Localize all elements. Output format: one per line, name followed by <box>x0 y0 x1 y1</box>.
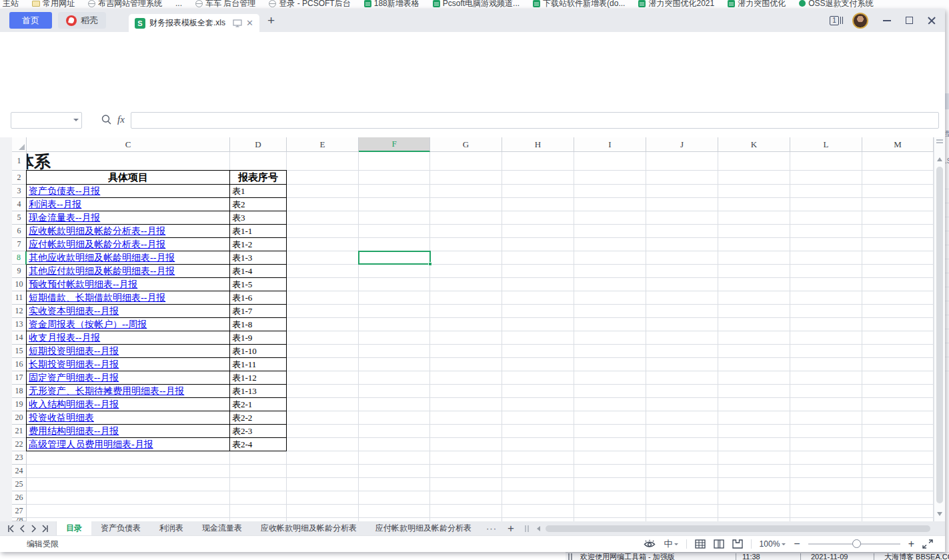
row-header-10[interactable]: 10 <box>12 278 27 291</box>
report-link-cell[interactable]: 利润表--月报 <box>27 198 230 211</box>
row-header-11[interactable]: 11 <box>12 291 27 305</box>
report-link[interactable]: 其他应付款明细及帐龄明细表--月报 <box>29 265 175 277</box>
serial-cell[interactable]: 表1-12 <box>230 371 287 385</box>
serial-cell[interactable]: 表1-1 <box>230 225 287 238</box>
serial-cell[interactable]: 表2 <box>230 198 287 211</box>
row-header-8[interactable]: 8 <box>12 251 27 265</box>
row-header-1[interactable]: 1 <box>12 152 27 171</box>
report-link-cell[interactable]: 收入结构明细表--月报 <box>27 398 230 411</box>
bookmark-item[interactable]: 潜力突围优化2021 <box>638 0 714 9</box>
report-link-cell[interactable]: 高级管理人员费用明细表-月报 <box>27 438 230 451</box>
column-header-D[interactable]: D <box>230 137 287 152</box>
report-link[interactable]: 投资收益明细表 <box>29 412 94 424</box>
bookmark-item[interactable]: ... <box>175 0 182 8</box>
report-link-cell[interactable]: 固定资产明细表--月报 <box>27 371 230 385</box>
prev-sheet-button[interactable] <box>19 525 27 533</box>
report-link[interactable]: 其他应收款明细及帐龄明细表--月报 <box>29 252 175 264</box>
report-link-cell[interactable]: 短期借款、长期借款明细表--月报 <box>27 291 230 305</box>
next-sheet-button[interactable] <box>29 525 37 533</box>
report-link[interactable]: 现金流量表--月报 <box>29 212 100 224</box>
row-header-2[interactable]: 2 <box>12 171 27 185</box>
vertical-scroll-thumb[interactable] <box>936 167 943 503</box>
scroll-up-arrow[interactable] <box>937 155 942 161</box>
horizontal-scrollbar[interactable] <box>544 525 933 532</box>
name-box-caret-icon[interactable] <box>73 119 79 124</box>
user-avatar[interactable] <box>852 13 868 29</box>
serial-cell[interactable]: 表1-5 <box>230 278 287 291</box>
report-link[interactable]: 利润表--月报 <box>29 199 81 211</box>
zoom-slider-thumb[interactable] <box>852 539 861 548</box>
serial-cell[interactable]: 表2-2 <box>230 411 287 425</box>
report-link[interactable]: 收支月报表--月报 <box>29 332 100 344</box>
report-link-cell[interactable]: 短期投资明细表--月报 <box>27 345 230 358</box>
zoom-slider[interactable] <box>808 539 900 549</box>
minimize-button[interactable] <box>883 20 891 21</box>
add-sheet-button[interactable]: + <box>502 521 520 535</box>
column-header-I[interactable]: I <box>574 137 646 152</box>
zoom-level-button[interactable]: 100% <box>760 539 786 549</box>
column-header-F[interactable]: F <box>359 137 430 152</box>
row-header-19[interactable]: 19 <box>12 398 27 411</box>
bookmark-item[interactable]: 下载站软件新增表(do... <box>533 0 625 9</box>
report-link[interactable]: 应收帐款明细及帐龄分析表--月报 <box>29 225 165 237</box>
row-header-14[interactable]: 14 <box>12 331 27 345</box>
report-link[interactable]: 短期借款、长期借款明细表--月报 <box>29 292 165 304</box>
insert-function-button[interactable]: fx <box>117 114 125 125</box>
bookmark-item[interactable]: 主站 <box>0 0 19 9</box>
scroll-down-arrow[interactable] <box>937 512 942 519</box>
serial-cell[interactable]: 表1-11 <box>230 358 287 371</box>
more-sheets-button[interactable]: ··· <box>481 521 502 535</box>
serial-cell[interactable]: 表2-3 <box>230 425 287 438</box>
maximize-button[interactable] <box>906 17 913 24</box>
window-switch-badge[interactable]: 1 <box>830 16 843 25</box>
name-box-input[interactable] <box>11 112 82 129</box>
column-header-M[interactable]: M <box>862 137 934 152</box>
row-header-3[interactable]: 3 <box>12 185 27 198</box>
report-link-cell[interactable]: 投资收益明细表 <box>27 411 230 425</box>
report-link[interactable]: 高级管理人员费用明细表-月报 <box>29 439 153 451</box>
row-header-22[interactable]: 22 <box>12 438 27 451</box>
report-link-cell[interactable]: 应付帐款明细及帐龄分析表--月报 <box>27 238 230 251</box>
serial-cell[interactable]: 表2-1 <box>230 398 287 411</box>
report-link-cell[interactable]: 其他应收款明细及帐龄明细表--月报 <box>27 251 230 265</box>
report-link-cell[interactable]: 应收帐款明细及帐龄分析表--月报 <box>27 225 230 238</box>
column-header-J[interactable]: J <box>646 137 718 152</box>
serial-cell[interactable]: 表1-7 <box>230 305 287 318</box>
report-link[interactable]: 实收资本明细表--月报 <box>29 305 119 317</box>
scroll-left-arrow[interactable] <box>534 526 540 531</box>
sheet-tab-利润表[interactable]: 利润表 <box>150 521 193 535</box>
report-link-cell[interactable]: 预收预付帐款明细表--月报 <box>27 278 230 291</box>
docer-tab[interactable]: 稻壳 <box>58 12 106 29</box>
row-header-17[interactable]: 17 <box>12 371 27 385</box>
report-link[interactable]: 固定资产明细表--月报 <box>29 372 119 384</box>
bookmark-item[interactable]: 车车 后台管理 <box>195 0 255 9</box>
report-link-cell[interactable]: 其他应付款明细及帐龄明细表--月报 <box>27 265 230 278</box>
report-link[interactable]: 预收预付帐款明细表--月报 <box>29 279 137 291</box>
report-link-cell[interactable]: 长期投资明细表--月报 <box>27 358 230 371</box>
spreadsheet-grid[interactable]: CDEFGHIJKLM12345678910111213141516171819… <box>0 137 945 521</box>
sheet-tab-目录[interactable]: 目录 <box>57 521 91 535</box>
report-link-cell[interactable]: 无形资产、长期待摊费用明细表--月报 <box>27 385 230 398</box>
row-header-16[interactable]: 16 <box>12 358 27 371</box>
zoom-in-button[interactable]: + <box>908 539 914 549</box>
document-tab[interactable]: 财务报表模板全套.xls ✕ <box>129 14 259 32</box>
selected-cell-F8[interactable] <box>358 251 431 265</box>
eye-protection-icon[interactable] <box>643 539 656 549</box>
home-button[interactable]: 首页 <box>9 12 52 29</box>
sheet-tab-应付帐款明细及帐龄分析表[interactable]: 应付帐款明细及帐龄分析表 <box>366 521 481 535</box>
bookmark-item[interactable]: 常用网址 <box>32 0 75 9</box>
row-header-4[interactable]: 4 <box>12 198 27 211</box>
row-header-24[interactable]: 24 <box>12 465 27 478</box>
bookmark-item[interactable]: OSS退款支付系统 <box>799 0 873 9</box>
zoom-out-button[interactable]: − <box>794 539 800 549</box>
report-link-cell[interactable]: 费用结构明细表--月报 <box>27 425 230 438</box>
serial-cell[interactable]: 表1-13 <box>230 385 287 398</box>
column-header-H[interactable]: H <box>502 137 574 152</box>
row-header-21[interactable]: 21 <box>12 425 27 438</box>
serial-cell[interactable]: 表3 <box>230 211 287 225</box>
report-link-cell[interactable]: 现金流量表--月报 <box>27 211 230 225</box>
serial-cell[interactable]: 表1-9 <box>230 331 287 345</box>
report-link[interactable]: 收入结构明细表--月报 <box>29 399 119 411</box>
report-link[interactable]: 资产负债表--月报 <box>29 185 100 197</box>
row-header-20[interactable]: 20 <box>12 411 27 425</box>
